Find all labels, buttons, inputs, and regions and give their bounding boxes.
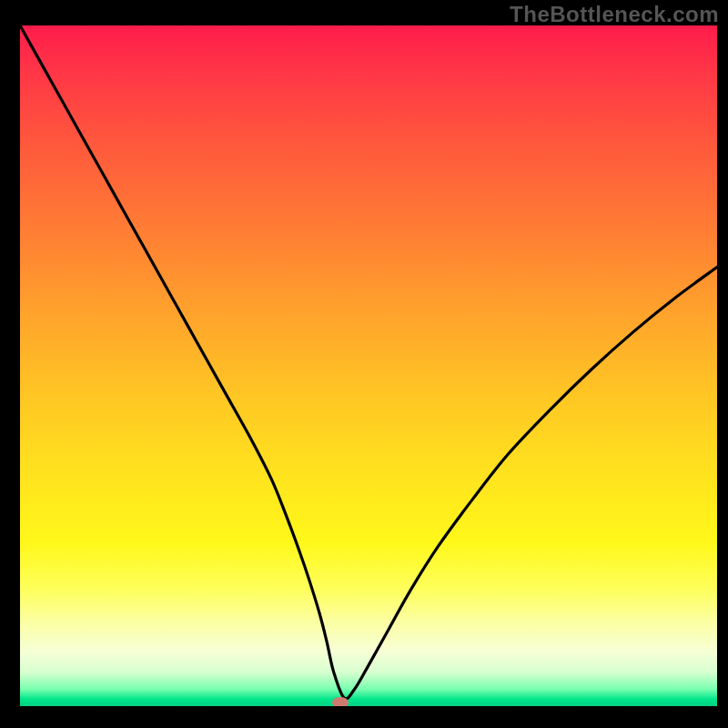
plot-area bbox=[20, 25, 717, 706]
curve-svg bbox=[20, 25, 717, 706]
optimum-marker bbox=[332, 697, 349, 707]
watermark-text: TheBottleneck.com bbox=[510, 2, 719, 27]
bottleneck-curve bbox=[20, 25, 717, 699]
chart-frame: TheBottleneck.com bbox=[0, 0, 728, 728]
